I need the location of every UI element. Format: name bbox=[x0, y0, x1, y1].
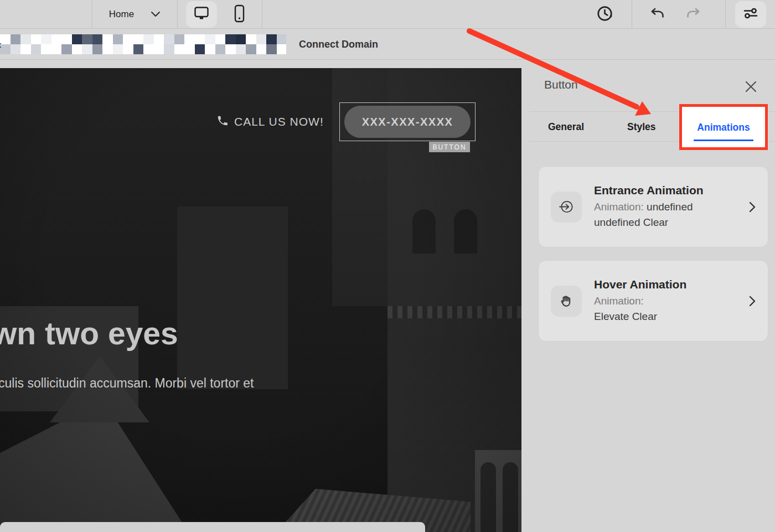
undo-button[interactable] bbox=[644, 1, 671, 28]
animation-label: Animation: bbox=[594, 201, 644, 213]
tab-animations[interactable]: Animations bbox=[682, 122, 765, 133]
divider bbox=[725, 0, 726, 29]
url-cut-character: ‹ bbox=[0, 38, 2, 51]
page-dropdown-label: Home bbox=[109, 9, 134, 20]
redo-button[interactable] bbox=[679, 1, 707, 28]
phone-icon bbox=[216, 115, 229, 129]
undo-icon bbox=[650, 7, 665, 22]
card-subtitle-line2: undefined Clear bbox=[594, 215, 733, 230]
close-icon bbox=[745, 80, 757, 93]
hand-icon bbox=[551, 286, 582, 317]
bottom-section-strip bbox=[0, 522, 425, 532]
entrance-animation-card[interactable]: Entrance Animation Animation: undefined … bbox=[538, 166, 768, 247]
tab-styles[interactable]: Styles bbox=[627, 121, 656, 133]
mobile-view-button[interactable] bbox=[224, 1, 255, 28]
tab-general[interactable]: General bbox=[548, 121, 584, 133]
animation-label: Animation: bbox=[594, 295, 644, 307]
hero-paragraph[interactable]: culis sollicitudin accumsan. Morbi vel t… bbox=[0, 376, 254, 391]
settings-button[interactable] bbox=[735, 1, 766, 28]
hero-heading[interactable]: wn two eyes bbox=[0, 315, 178, 352]
card-text: Hover Animation Animation: Elevate Clear bbox=[594, 278, 733, 324]
annotation-highlight-box: Animations bbox=[679, 104, 768, 150]
close-panel-button[interactable] bbox=[741, 76, 761, 96]
top-toolbar: Home bbox=[0, 0, 775, 29]
selection-tag-badge: BUTTON bbox=[429, 142, 470, 152]
sliders-icon bbox=[742, 6, 760, 23]
site-phone-button[interactable]: XXX-XXX-XXXX bbox=[344, 106, 471, 138]
active-tab-underline bbox=[694, 140, 753, 141]
card-title: Hover Animation bbox=[594, 278, 733, 291]
card-title: Entrance Animation bbox=[594, 184, 733, 197]
desktop-icon bbox=[193, 6, 210, 23]
redo-icon bbox=[685, 7, 701, 22]
chevron-right-icon bbox=[749, 202, 756, 213]
site-canvas: CALL US NOW! XXX-XXX-XXXX BUTTON wn two … bbox=[0, 68, 521, 532]
mobile-icon bbox=[234, 4, 245, 25]
editor-window: Home bbox=[0, 0, 775, 532]
call-us-label: CALL US NOW! bbox=[234, 115, 324, 128]
connect-domain-link[interactable]: Connect Domain bbox=[299, 29, 378, 60]
chevron-down-icon bbox=[151, 9, 161, 19]
divider bbox=[177, 0, 178, 29]
divider bbox=[262, 0, 262, 29]
chevron-right-icon bbox=[749, 296, 756, 307]
card-subtitle-line1: Animation: bbox=[594, 293, 733, 309]
card-subtitle-line2: Elevate Clear bbox=[594, 309, 733, 324]
history-clock-icon bbox=[596, 4, 614, 25]
call-us-element[interactable]: CALL US NOW! bbox=[216, 115, 324, 129]
divider bbox=[632, 0, 632, 29]
domain-bar: ‹ Connect Domain bbox=[0, 29, 775, 60]
desktop-view-button[interactable] bbox=[186, 1, 217, 28]
entrance-animation-icon bbox=[551, 192, 582, 223]
animation-value: undefined bbox=[644, 201, 693, 213]
panel-title: Button bbox=[544, 78, 578, 91]
censored-url-mosaic: ‹ bbox=[0, 34, 286, 54]
card-text: Entrance Animation Animation: undefined … bbox=[594, 184, 733, 230]
history-button[interactable] bbox=[589, 1, 620, 28]
page-dropdown[interactable]: Home bbox=[92, 0, 177, 29]
hover-animation-card[interactable]: Hover Animation Animation: Elevate Clear bbox=[538, 260, 768, 342]
card-subtitle-line1: Animation: undefined bbox=[594, 199, 733, 215]
